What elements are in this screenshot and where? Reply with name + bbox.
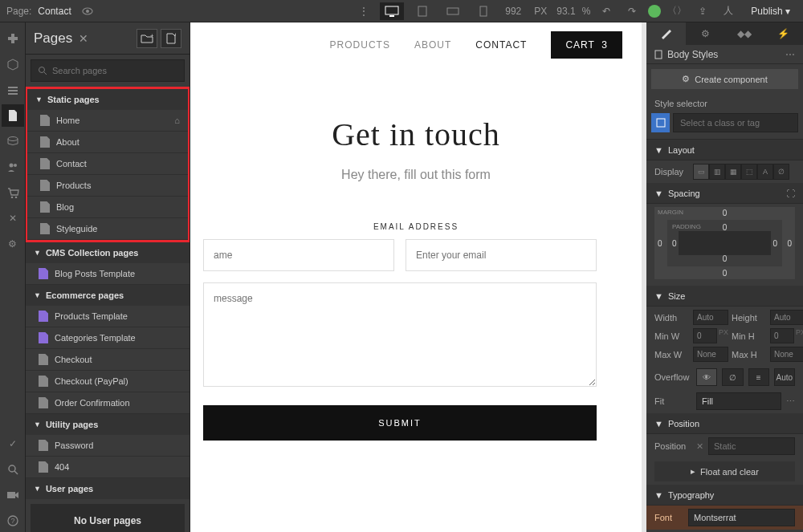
overflow-visible[interactable]: 👁	[696, 368, 717, 386]
spacing-editor[interactable]: MARGIN PADDING 0 0 0 0 0 0 0 0	[654, 207, 795, 279]
more-icon[interactable]: ⋯	[785, 49, 795, 60]
body-styles-row[interactable]: Body Styles ⋯	[646, 45, 803, 64]
tablet-view-button[interactable]	[410, 2, 434, 20]
check-icon[interactable]: ✓	[2, 433, 24, 455]
eye-icon[interactable]	[78, 2, 97, 21]
email-label[interactable]: EMAIL ADDRESS	[235, 222, 597, 231]
mobile-landscape-button[interactable]	[441, 2, 465, 20]
settings-icon[interactable]: ⚙	[2, 233, 24, 255]
padding-bottom[interactable]: 0	[723, 254, 728, 263]
page-item[interactable]: Password	[26, 435, 190, 457]
code-icon[interactable]: 〈〉	[667, 2, 687, 21]
mobile-view-button[interactable]	[471, 2, 495, 20]
spacing-tab-icon[interactable]: ◆◆	[725, 22, 764, 45]
video-icon[interactable]	[2, 484, 24, 506]
settings-tab-icon[interactable]: ⚙	[686, 22, 725, 45]
audit-icon[interactable]: 人	[719, 2, 738, 21]
page-item-styleguide[interactable]: Styleguide	[27, 218, 188, 240]
redo-icon[interactable]: ↷	[622, 2, 642, 21]
ecom-pages-section[interactable]: ▼Ecommerce pages	[26, 285, 190, 306]
canvas-width[interactable]: 992	[505, 6, 521, 17]
page-item-home[interactable]: Home⌂	[27, 110, 188, 132]
hero-subtitle[interactable]: Hey there, fill out this form	[206, 168, 626, 182]
selector-input[interactable]	[673, 113, 798, 132]
page-item[interactable]: Categories Template	[26, 327, 190, 349]
display-inline-block[interactable]: ⬚	[741, 164, 757, 180]
display-inline[interactable]: A	[757, 164, 773, 180]
close-panel-icon[interactable]: ✕	[79, 32, 88, 45]
users-icon[interactable]	[2, 156, 24, 178]
page-item[interactable]: Blog Posts Template	[26, 263, 190, 285]
display-grid[interactable]: ▦	[725, 164, 741, 180]
minw-input[interactable]	[693, 328, 717, 343]
export-icon[interactable]: ⇪	[693, 2, 712, 21]
minh-input[interactable]	[770, 328, 794, 343]
position-select[interactable]: Static	[708, 437, 795, 455]
site-preview[interactable]: PRODUCTS ABOUT CONTACT CART 3 Get in tou…	[190, 22, 642, 532]
utility-pages-section[interactable]: ▼Utility pages	[26, 414, 190, 435]
page-item[interactable]: Order Confirmation	[26, 392, 190, 414]
new-folder-button[interactable]: +	[137, 29, 157, 48]
margin-bottom[interactable]: 0	[723, 269, 728, 278]
interactions-tab-icon[interactable]: ⚡	[764, 22, 803, 45]
padding-top[interactable]: 0	[723, 223, 728, 232]
box-icon[interactable]	[2, 53, 24, 75]
maxh-input[interactable]	[770, 347, 803, 362]
desktop-view-button[interactable]	[380, 2, 404, 20]
static-pages-section[interactable]: ▼Static pages	[27, 89, 188, 110]
padding-right[interactable]: 0	[772, 239, 777, 248]
more-icon[interactable]: ⋮	[354, 2, 373, 21]
maxw-input[interactable]	[693, 347, 728, 362]
page-name[interactable]: Contact	[38, 6, 71, 17]
margin-top[interactable]: 0	[723, 209, 728, 217]
spacing-section[interactable]: ▼Spacing⛶	[646, 183, 803, 204]
width-input[interactable]	[693, 310, 728, 325]
overflow-auto[interactable]: Auto	[774, 368, 795, 386]
cart-button[interactable]: CART 3	[551, 31, 622, 59]
create-component-button[interactable]: ⚙Create component	[651, 69, 798, 89]
height-input[interactable]	[770, 310, 803, 325]
size-section[interactable]: ▼Size	[646, 286, 803, 307]
more-icon[interactable]: ⋯	[786, 396, 795, 407]
overflow-hidden[interactable]: ∅	[722, 368, 743, 386]
user-pages-section[interactable]: ▼User pages	[26, 478, 190, 499]
nav-about[interactable]: ABOUT	[414, 39, 451, 51]
page-item[interactable]: Checkout	[26, 349, 190, 371]
logic-icon[interactable]: ✕	[2, 207, 24, 229]
publish-button[interactable]: Publish ▾	[744, 6, 797, 17]
display-block[interactable]: ▭	[693, 164, 709, 180]
nav-products[interactable]: PRODUCTS	[330, 39, 390, 51]
display-flex[interactable]: ▥	[709, 164, 725, 180]
position-section[interactable]: ▼Position	[646, 413, 803, 434]
style-tab-icon[interactable]	[646, 22, 686, 45]
cms-pages-section[interactable]: ▼CMS Collection pages	[26, 242, 190, 263]
overflow-scroll[interactable]: ≡	[748, 368, 769, 386]
page-item-blog[interactable]: Blog	[27, 197, 188, 218]
margin-left[interactable]: 0	[658, 239, 662, 248]
search-input[interactable]	[52, 66, 177, 75]
name-field[interactable]	[203, 239, 394, 271]
canvas[interactable]: PRODUCTS ABOUT CONTACT CART 3 Get in tou…	[190, 22, 646, 532]
page-item-about[interactable]: About	[27, 132, 188, 153]
nav-contact[interactable]: CONTACT	[475, 39, 527, 51]
new-page-button[interactable]: +	[161, 29, 181, 48]
cms-icon[interactable]	[2, 130, 24, 152]
page-item-contact[interactable]: Contact	[27, 153, 188, 175]
submit-button[interactable]: SUBMIT	[203, 405, 597, 441]
padding-left[interactable]: 0	[672, 239, 677, 248]
zoom-value[interactable]: 93.1	[556, 6, 575, 17]
undo-icon[interactable]: ↶	[597, 2, 616, 21]
message-field[interactable]	[203, 282, 597, 387]
help-icon[interactable]: ?	[2, 510, 24, 532]
search-icon[interactable]	[2, 458, 24, 481]
page-item[interactable]: 404	[26, 457, 190, 478]
page-item-products[interactable]: Products	[27, 175, 188, 197]
email-field[interactable]	[406, 239, 597, 271]
navigator-icon[interactable]	[2, 79, 24, 101]
font-select[interactable]: Montserrat	[688, 509, 795, 526]
page-item[interactable]: Products Template	[26, 306, 190, 327]
typography-section[interactable]: ▼Typography	[646, 485, 803, 506]
layout-section[interactable]: ▼Layout	[646, 140, 803, 160]
margin-right[interactable]: 0	[787, 239, 792, 248]
fit-select[interactable]: Fill	[696, 392, 781, 410]
